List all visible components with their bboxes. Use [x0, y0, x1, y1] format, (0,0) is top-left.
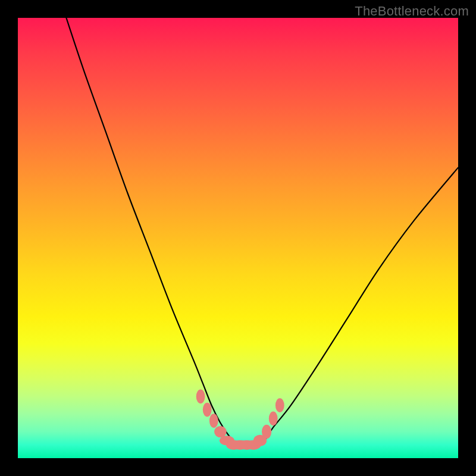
- trough-marker: [203, 403, 212, 417]
- trough-marker: [269, 412, 278, 426]
- trough-marker: [214, 426, 227, 437]
- trough-marker: [275, 398, 284, 412]
- trough-marker: [196, 390, 205, 404]
- trough-marker: [209, 414, 218, 428]
- trough-marker: [262, 425, 271, 439]
- curve-layer: [18, 18, 458, 458]
- bottleneck-curve: [66, 18, 458, 446]
- chart-frame: TheBottleneck.com: [0, 0, 476, 476]
- plot-area: [18, 18, 458, 458]
- watermark-text: TheBottleneck.com: [355, 4, 469, 19]
